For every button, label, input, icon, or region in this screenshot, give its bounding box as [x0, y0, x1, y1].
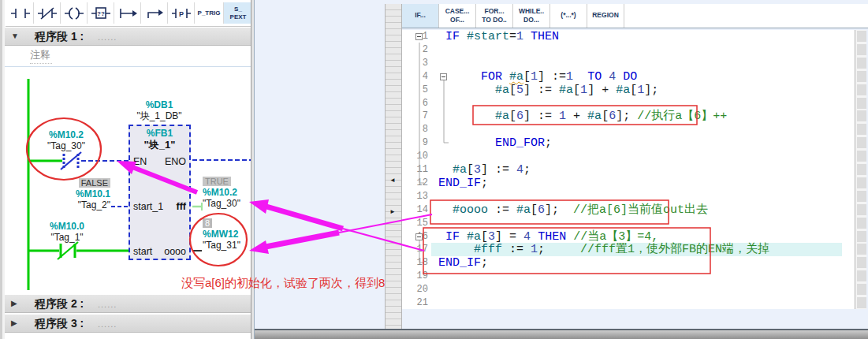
code-line-7[interactable]: #a[6] := 1 + #a[6]; //执行a【6】++	[431, 110, 842, 123]
lad-tool-contact-open-icon[interactable]	[7, 2, 34, 24]
db-instance-label[interactable]: %DB1 "块_1_DB"	[123, 99, 196, 121]
code-token	[460, 30, 467, 43]
code-token: #fff	[474, 243, 502, 256]
code-line-4[interactable]: FOR #a[1] :=1 TO 4 DO	[431, 70, 842, 84]
line-number: 20	[402, 284, 428, 295]
code-line-15[interactable]	[431, 217, 842, 230]
code-token: END_IF	[438, 177, 481, 190]
scl-insert-button-2[interactable]: FOR... TO DO..	[476, 4, 513, 28]
network-1-title: 程序段 1 :	[35, 30, 84, 44]
line-number: 2	[402, 44, 428, 55]
code-token: THEN	[531, 30, 559, 43]
network-1-header[interactable]: ▼ 程序段 1 : ......	[5, 27, 251, 46]
network-3-header[interactable]: ▶ 程序段 3 : ......	[5, 314, 251, 333]
code-line-12[interactable]: END_IF;	[431, 177, 842, 190]
operand-output-tag31[interactable]: 8%MW12"Tag_31"	[203, 217, 258, 251]
fold-collapse-icon[interactable]	[415, 233, 423, 240]
code-token: #start	[467, 30, 509, 43]
operand-address: %M10.2	[203, 187, 258, 198]
line-marker	[857, 31, 866, 42]
scl-insert-button-5[interactable]: REGION	[587, 4, 624, 28]
pin-start[interactable]: start	[133, 246, 152, 257]
network-3-comment-dots[interactable]: ......	[98, 319, 117, 329]
collapse-collapsed-icon[interactable]: ▶	[11, 299, 17, 307]
pane-splitter[interactable]: ◄ ►	[385, 4, 402, 329]
network-2-header[interactable]: ▶ 程序段 2 : ......	[5, 294, 251, 313]
fb-block[interactable]: %FB1 "块_1" EN ENO start_1 fff start oooo	[129, 125, 191, 260]
splitter-collapse-left-icon[interactable]: ◄	[389, 177, 396, 184]
lad-tool-open-branch-icon[interactable]	[114, 2, 141, 24]
line-number: 17	[402, 244, 428, 255]
collapse-expanded-icon[interactable]: ▼	[11, 32, 19, 40]
scl-insert-button-1[interactable]: CASE... OF...	[439, 4, 476, 28]
code-token: 3	[474, 163, 481, 177]
scl-insert-button-4[interactable]: (*...*)	[550, 4, 587, 28]
network-comment-placeholder[interactable]: 注释	[30, 48, 52, 64]
line-marker	[857, 151, 866, 162]
lad-tool-empty-box-icon[interactable]: ??	[88, 2, 114, 24]
operand-contact-tag1[interactable]: %M10.0"Tag_1"	[35, 221, 99, 243]
scl-code-editor[interactable]: 123456789101112131415161718192021 IF #st…	[402, 30, 855, 309]
code-line-9[interactable]: END_FOR;	[431, 136, 842, 150]
operand-contact-tag30[interactable]: %M10.2"Tag_30"	[33, 129, 99, 151]
scl-insert-button-0[interactable]: IF...	[402, 4, 439, 28]
code-line-11[interactable]: #a[3] := 4;	[431, 163, 842, 177]
lad-tool-close-branch-icon[interactable]	[141, 2, 168, 24]
code-line-21[interactable]	[431, 296, 842, 309]
lad-tool-coil-icon[interactable]	[61, 2, 88, 24]
operand-address: %MW12	[203, 229, 258, 240]
line-number: 5	[402, 84, 428, 95]
scl-insert-button-3[interactable]: WHILE.. DO...	[513, 4, 550, 28]
lad-toolbar: ??PP_TRIGS_ PEXT	[6, 0, 251, 27]
pin-fff[interactable]: fff	[177, 201, 187, 212]
code-line-20[interactable]	[431, 283, 842, 296]
tia-portal-screenshot: ??PP_TRIGS_ PEXT ▼ 程序段 1 : ...... 注释	[0, 0, 868, 339]
line-number: 12	[402, 177, 428, 188]
code-line-1[interactable]: IF #start=1 THEN	[431, 30, 842, 43]
code-token: 1	[531, 70, 538, 84]
pin-start-1[interactable]: start_1	[133, 201, 163, 212]
code-line-3[interactable]	[431, 57, 842, 70]
code-line-10[interactable]	[431, 150, 842, 163]
line-marker	[857, 231, 866, 242]
code-line-17[interactable]: #fff := 1; //fff置1，使外部FB的EN端，关掉	[431, 243, 842, 256]
lad-tool-p-contact-icon[interactable]: P	[168, 2, 195, 24]
operand-input-tag2[interactable]: FALSE%M10.1"Tag_2"	[44, 177, 110, 210]
code-token: 6	[538, 203, 545, 217]
line-number: 14	[402, 204, 428, 215]
code-token	[602, 70, 609, 84]
code-line-16[interactable]: IF #a[3] = 4 THEN //当a【3】=4,	[431, 230, 842, 244]
network-2-comment-dots[interactable]: ......	[98, 300, 117, 309]
code-token: 4	[516, 163, 523, 177]
code-line-2[interactable]	[431, 43, 842, 57]
code-line-6[interactable]	[431, 97, 842, 110]
code-token: :=	[502, 243, 531, 256]
code-token	[431, 243, 474, 256]
lad-tool-p-trig[interactable]: P_TRIG	[195, 2, 224, 24]
line-marker	[857, 257, 866, 268]
code-token: [	[481, 230, 488, 244]
network-1-comment-dots[interactable]: ......	[98, 32, 117, 42]
splitter-collapse-right-icon[interactable]: ►	[389, 208, 396, 215]
operand-value-badge: 8	[203, 218, 212, 228]
line-marker-column[interactable]	[855, 30, 866, 309]
fold-collapse-icon[interactable]	[415, 33, 423, 40]
collapse-collapsed-icon[interactable]: ▶	[11, 319, 17, 327]
code-token: 6	[609, 110, 616, 123]
scl-toolbar: IF...CASE... OF...FOR... TO DO..WHILE.. …	[402, 4, 868, 28]
operand-output-tag30[interactable]: TRUE%M10.2"Tag_30"	[203, 175, 258, 209]
lad-tool-s-pext[interactable]: S_ PEXT	[224, 2, 253, 24]
code-line-19[interactable]	[431, 270, 842, 283]
line-marker	[857, 191, 866, 202]
code-line-14[interactable]: #oooo := #a[6]; //把a[6]当前值out出去	[431, 203, 842, 217]
code-token: ];	[644, 84, 658, 97]
operand-name: "Tag_2"	[44, 199, 110, 210]
code-line-13[interactable]	[431, 190, 842, 203]
code-line-5[interactable]: #a[5] := #a[1] + #a[1];	[431, 84, 842, 97]
pin-oooo[interactable]: oooo	[164, 246, 186, 257]
code-line-8[interactable]	[431, 123, 842, 136]
code-line-18[interactable]: END_IF;	[431, 256, 842, 270]
lad-tool-contact-closed-icon[interactable]	[34, 2, 61, 24]
line-marker	[857, 244, 866, 255]
code-token: 1	[516, 30, 523, 43]
